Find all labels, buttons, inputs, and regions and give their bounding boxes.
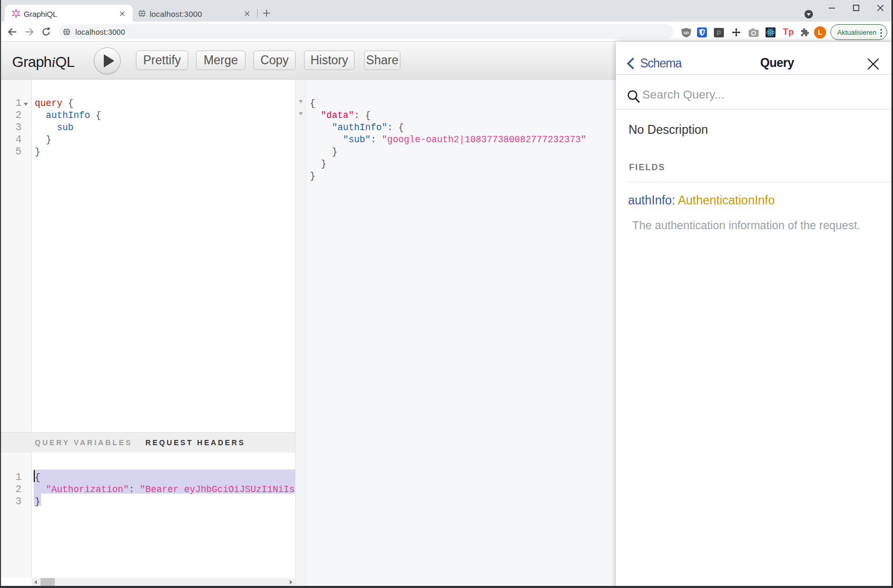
svg-text:P: P: [717, 30, 721, 37]
svg-text:UD: UD: [683, 31, 689, 35]
